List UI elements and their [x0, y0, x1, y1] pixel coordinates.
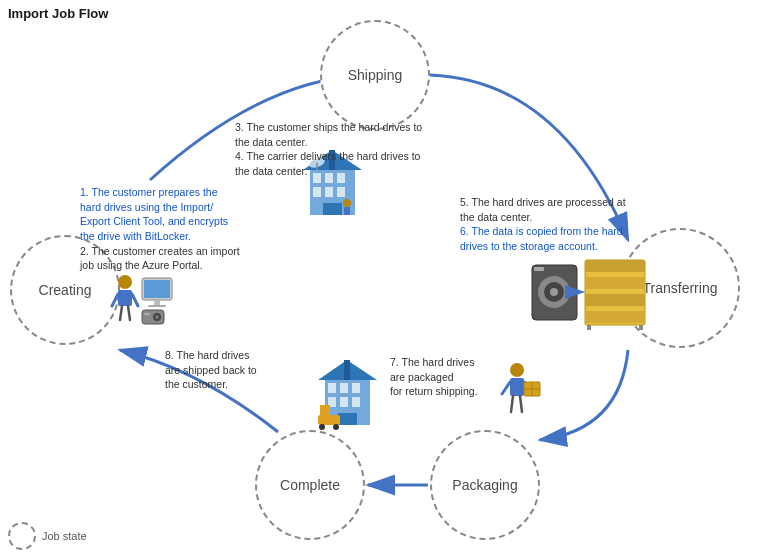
svg-point-15: [343, 199, 351, 207]
shipping-label: Shipping: [348, 67, 403, 83]
annotation-step7: 7. The hard drives are packaged for retu…: [390, 355, 500, 399]
svg-line-62: [511, 396, 513, 412]
user-computer-icon: [110, 270, 180, 327]
svg-line-19: [112, 294, 118, 306]
svg-rect-26: [148, 305, 166, 307]
storage-icon: [530, 255, 650, 332]
svg-line-21: [120, 306, 122, 320]
complete-label: Complete: [280, 477, 340, 493]
svg-rect-8: [325, 187, 333, 197]
svg-line-63: [520, 396, 522, 412]
state-complete: Complete: [255, 430, 365, 540]
svg-point-48: [550, 288, 558, 296]
svg-rect-18: [118, 290, 132, 306]
transferring-label: Transferring: [643, 280, 718, 296]
annotation-step3-4: 3. The customer ships the hard drives to…: [235, 120, 425, 179]
annotation-step8: 8. The hard drives are shipped back to t…: [165, 348, 290, 392]
svg-rect-56: [639, 325, 643, 330]
diagram-container: Shipping Creating Transferring Complete …: [0, 0, 760, 540]
svg-rect-24: [144, 280, 170, 298]
svg-rect-7: [313, 187, 321, 197]
svg-rect-9: [337, 187, 345, 197]
svg-rect-30: [144, 313, 150, 315]
legend-circle: [8, 522, 36, 550]
svg-point-42: [319, 424, 325, 430]
svg-rect-52: [585, 277, 645, 289]
svg-rect-44: [320, 405, 330, 415]
svg-rect-54: [585, 311, 645, 323]
legend-label: Job state: [42, 530, 87, 542]
svg-rect-55: [587, 325, 591, 330]
svg-line-20: [132, 294, 138, 306]
svg-rect-38: [338, 413, 357, 425]
svg-point-43: [333, 424, 339, 430]
svg-rect-59: [510, 378, 524, 396]
datacenter-icon-center: [310, 355, 385, 432]
svg-rect-34: [352, 383, 360, 393]
creating-label: Creating: [39, 282, 92, 298]
svg-rect-33: [340, 383, 348, 393]
svg-point-58: [510, 363, 524, 377]
annotation-step1-2: 1. The customer prepares the hard drives…: [80, 185, 240, 273]
svg-rect-10: [323, 203, 342, 215]
state-packaging: Packaging: [430, 430, 540, 540]
svg-point-29: [155, 315, 159, 319]
svg-line-60: [502, 382, 510, 394]
svg-line-22: [128, 306, 130, 320]
legend: Job state: [8, 522, 87, 550]
svg-rect-51: [585, 260, 645, 272]
svg-rect-25: [154, 300, 160, 305]
annotation-step5-6: 5. The hard drives are processed at the …: [460, 195, 635, 254]
svg-rect-53: [585, 294, 645, 306]
svg-rect-36: [340, 397, 348, 407]
svg-rect-40: [344, 360, 350, 380]
svg-rect-37: [352, 397, 360, 407]
svg-rect-49: [534, 267, 544, 271]
svg-rect-16: [344, 207, 350, 215]
svg-rect-41: [318, 415, 340, 425]
packaging-label: Packaging: [452, 477, 517, 493]
svg-rect-32: [328, 383, 336, 393]
svg-point-17: [118, 275, 132, 289]
state-shipping: Shipping: [320, 20, 430, 130]
